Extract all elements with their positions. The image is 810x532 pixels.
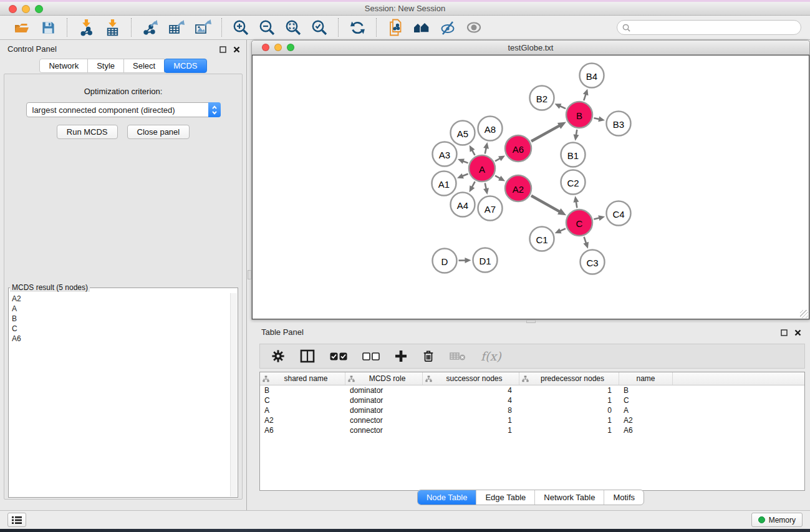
cell-MCDS-role[interactable]: dominator: [345, 396, 423, 405]
cell-predecessor-nodes[interactable]: 1: [519, 386, 619, 395]
network-canvas[interactable]: B4B2BB3A8A5A6A3B1AA1C2A2A4A7C4CC1C3DD1: [253, 56, 810, 320]
clone-network-icon[interactable]: [385, 17, 405, 37]
column-header-MCDS-role[interactable]: MCDS role: [345, 372, 423, 385]
cell-shared-name[interactable]: C: [260, 396, 345, 405]
node-label-A8: A8: [485, 124, 496, 135]
cell-name[interactable]: A2: [619, 416, 673, 425]
table-body: Bdominator41BCdominator41CAdominator80AA…: [260, 385, 804, 435]
cell-shared-name[interactable]: A: [260, 406, 345, 415]
search-input[interactable]: [634, 22, 796, 32]
tab-motifs[interactable]: Motifs: [604, 490, 644, 505]
result-list-scrollbar[interactable]: [230, 293, 237, 496]
function-builder-icon[interactable]: f(x): [481, 349, 501, 363]
result-item[interactable]: C: [12, 324, 227, 334]
add-entry-icon[interactable]: [395, 350, 407, 362]
run-mcds-button[interactable]: Run MCDS: [57, 125, 118, 139]
tab-style[interactable]: Style: [87, 59, 124, 73]
tab-network-table[interactable]: Network Table: [534, 490, 604, 505]
tab-mcds[interactable]: MCDS: [164, 59, 206, 73]
show-all-icon[interactable]: [464, 17, 484, 37]
memory-status-icon: [758, 516, 765, 523]
cell-name[interactable]: B: [619, 386, 673, 395]
vertical-splitter-handle[interactable]: [248, 270, 251, 279]
network-view-window: testGlobe.txt B4B2BB3A8A5A6A3B1AA1C2A2A4…: [251, 40, 810, 320]
cell-name[interactable]: C: [619, 396, 673, 405]
cell-successor-nodes[interactable]: 1: [423, 426, 519, 435]
cell-predecessor-nodes[interactable]: 1: [519, 396, 619, 405]
cell-shared-name[interactable]: A6: [260, 426, 345, 435]
edge-A2-C[interactable]: [531, 196, 561, 212]
zoom-out-icon[interactable]: [257, 17, 277, 37]
float-table-panel-icon[interactable]: [781, 327, 788, 339]
zoom-fit-icon[interactable]: [283, 17, 303, 37]
selected-criterion: largest connected component (directed): [32, 105, 175, 115]
float-panel-icon[interactable]: [219, 44, 226, 56]
mcds-result-title: MCDS result (5 nodes): [10, 283, 90, 292]
zoom-selected-icon[interactable]: [309, 17, 329, 37]
deselect-all-checks-icon[interactable]: [362, 352, 380, 360]
result-item[interactable]: B: [12, 314, 227, 324]
tab-node-table[interactable]: Node Table: [418, 490, 476, 505]
close-panel-button[interactable]: Close panel: [127, 125, 190, 139]
search-field[interactable]: [617, 20, 801, 35]
cell-shared-name[interactable]: A2: [260, 416, 345, 425]
memory-button[interactable]: Memory: [751, 513, 803, 527]
delete-entry-icon[interactable]: [422, 349, 435, 363]
window-resize-grip[interactable]: [800, 310, 808, 318]
home-icon[interactable]: [412, 17, 432, 37]
edge-A6-B[interactable]: [531, 125, 560, 142]
column-header-name[interactable]: name: [619, 372, 673, 385]
cell-shared-name[interactable]: B: [260, 386, 345, 395]
tab-edge-table[interactable]: Edge Table: [476, 490, 534, 505]
control-panel-tabs: NetworkStyleSelectMCDS: [0, 59, 246, 73]
column-header-shared-name[interactable]: shared name: [260, 372, 345, 385]
cell-MCDS-role[interactable]: dominator: [345, 406, 423, 415]
node-label-A1: A1: [438, 179, 450, 190]
save-session-icon[interactable]: [38, 17, 58, 37]
result-item[interactable]: A6: [12, 334, 227, 344]
column-header-successor-nodes[interactable]: successor nodes: [423, 372, 519, 385]
export-image-icon[interactable]: [193, 17, 213, 37]
cell-predecessor-nodes[interactable]: 0: [519, 406, 619, 415]
hide-selected-icon[interactable]: [438, 17, 458, 37]
cell-MCDS-role[interactable]: dominator: [345, 386, 423, 395]
tab-select[interactable]: Select: [123, 59, 165, 73]
result-item[interactable]: A2: [12, 294, 227, 304]
optimization-criterion-label: Optimization criterion:: [4, 87, 242, 96]
mcds-result-list: A2ABCA6: [9, 293, 229, 496]
cell-successor-nodes[interactable]: 8: [423, 406, 519, 415]
cell-name[interactable]: A: [619, 406, 673, 415]
cell-predecessor-nodes[interactable]: 1: [519, 426, 619, 435]
tab-network[interactable]: Network: [39, 59, 88, 73]
import-table-icon[interactable]: [102, 17, 122, 37]
cell-predecessor-nodes[interactable]: 1: [519, 416, 619, 425]
mcds-tab-content: Optimization criterion: largest connecte…: [4, 74, 243, 500]
node-label-C: C: [576, 218, 583, 229]
search-icon: [622, 24, 630, 32]
select-all-checks-icon[interactable]: [330, 352, 347, 360]
cell-successor-nodes[interactable]: 1: [423, 416, 519, 425]
delete-table-icon[interactable]: [450, 351, 466, 361]
node-label-C4: C4: [612, 209, 624, 220]
edge-arrowhead: [483, 142, 489, 149]
result-item[interactable]: A: [12, 304, 227, 314]
export-network-icon[interactable]: [140, 17, 160, 37]
close-table-panel-icon[interactable]: [794, 327, 801, 339]
column-header-predecessor-nodes[interactable]: predecessor nodes: [519, 372, 619, 385]
cell-MCDS-role[interactable]: connector: [345, 426, 423, 435]
export-table-icon[interactable]: [166, 17, 186, 37]
show-columns-icon[interactable]: [300, 349, 315, 363]
cell-successor-nodes[interactable]: 4: [423, 396, 519, 405]
refresh-icon[interactable]: [347, 17, 367, 37]
cell-MCDS-role[interactable]: connector: [345, 416, 423, 425]
import-network-icon[interactable]: [76, 17, 96, 37]
task-history-button[interactable]: [7, 513, 26, 527]
zoom-in-icon[interactable]: [231, 17, 251, 37]
close-panel-icon[interactable]: [233, 44, 240, 56]
table-settings-icon[interactable]: [271, 349, 285, 363]
cell-name[interactable]: A6: [619, 426, 673, 435]
optimization-criterion-select[interactable]: largest connected component (directed): [26, 102, 221, 117]
cell-successor-nodes[interactable]: 4: [423, 386, 519, 395]
open-file-icon[interactable]: [12, 17, 32, 37]
edge-arrowhead: [573, 196, 579, 203]
